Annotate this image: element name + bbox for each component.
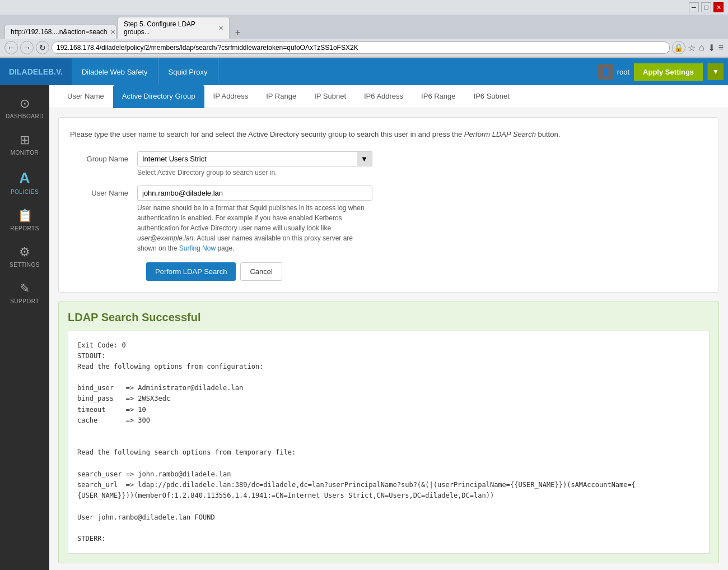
tab-2-label: Step 5. Configure LDAP groups... — [124, 20, 215, 36]
sidebar-item-reports[interactable]: 📋 REPORTS — [0, 202, 49, 238]
user-name-label: User Name — [70, 186, 137, 197]
back-button[interactable]: ← — [4, 41, 18, 54]
nav-squid-proxy[interactable]: Squid Proxy — [158, 58, 218, 85]
sidebar-item-settings[interactable]: ⚙ SETTINGS — [0, 238, 49, 275]
support-icon: ✎ — [20, 281, 30, 296]
ldap-code-box: Exit Code: 0 STDOUT: Read the following … — [68, 331, 710, 554]
address-input[interactable] — [52, 41, 670, 54]
apply-settings-button[interactable]: Apply Settings — [634, 63, 703, 81]
sidebar-label-dashboard: DASHBOARD — [6, 113, 44, 119]
sidebar-item-dashboard[interactable]: ⊙ DASHBOARD — [0, 90, 49, 126]
content-area: User Name Active Directory Group IP Addr… — [49, 85, 728, 570]
new-tab-button[interactable]: + — [231, 26, 245, 39]
settings-icon: ⚙ — [19, 245, 30, 259]
group-name-row: Group Name Internet Users Strict ▼ Selec… — [70, 151, 707, 177]
user-icon: 👤 — [598, 64, 614, 80]
form-actions: Perform LDAP Search Cancel — [70, 262, 707, 281]
group-name-field: Internet Users Strict ▼ Select Active Di… — [137, 151, 372, 177]
sidebar: ⊙ DASHBOARD ⊞ MONITOR A POLICIES 📋 REPOR… — [0, 85, 49, 570]
perform-ldap-search-button[interactable]: Perform LDAP Search — [146, 262, 236, 281]
tab-1-close[interactable]: ✕ — [110, 29, 115, 36]
minimize-button[interactable]: ─ — [689, 2, 699, 12]
instruction-text: Please type the user name to search for … — [70, 129, 707, 140]
cancel-button[interactable]: Cancel — [240, 262, 282, 281]
refresh-button[interactable]: ↻ — [36, 41, 49, 54]
tab-ip6-subnet[interactable]: IP6 Subnet — [465, 85, 519, 108]
menu-icon[interactable]: ≡ — [718, 43, 724, 53]
brand-suffix: B.V. — [48, 67, 63, 76]
group-name-help: Select Active Directory group to search … — [137, 169, 372, 177]
brand-logo: DILADELE B.V. — [0, 58, 72, 85]
tab-2-close[interactable]: ✕ — [218, 25, 223, 32]
dashboard-icon: ⊙ — [20, 96, 30, 111]
brand-name: DILADELE — [9, 67, 48, 76]
policies-icon: A — [20, 169, 30, 187]
surfing-now-link[interactable]: Surfing Now — [179, 244, 216, 252]
forward-button[interactable]: → — [20, 41, 34, 54]
sidebar-label-reports: REPORTS — [10, 225, 39, 231]
monitor-icon: ⊞ — [20, 133, 30, 147]
user-name: root — [617, 68, 629, 76]
tab-ip-subnet[interactable]: IP Subnet — [305, 85, 355, 108]
tab-ip-range[interactable]: IP Range — [257, 85, 305, 108]
ldap-result: LDAP Search Successful Exit Code: 0 STDO… — [58, 302, 719, 564]
tab-1-label: http://192.168....n&action=seach — [11, 28, 107, 36]
user-name-row: User Name User name should be in a forma… — [70, 186, 707, 253]
nav-web-safety[interactable]: Diladele Web Safety — [72, 58, 158, 85]
sidebar-item-monitor[interactable]: ⊞ MONITOR — [0, 126, 49, 163]
maximize-button[interactable]: □ — [701, 2, 711, 12]
tab-user-name[interactable]: User Name — [58, 85, 113, 108]
user-name-field: User name should be in a format that Squ… — [137, 186, 372, 253]
group-name-select[interactable]: Internet Users Strict — [137, 151, 372, 166]
user-name-input[interactable] — [137, 186, 372, 201]
user-name-help: User name should be in a format that Squ… — [137, 203, 372, 253]
content-tabs: User Name Active Directory Group IP Addr… — [49, 85, 728, 108]
ldap-result-title: LDAP Search Successful — [68, 311, 710, 324]
group-name-label: Group Name — [70, 151, 137, 163]
browser-tab-2[interactable]: Step 5. Configure LDAP groups... ✕ — [118, 17, 230, 39]
sidebar-label-policies: POLICIES — [11, 189, 39, 195]
apply-settings-dropdown[interactable]: ▼ — [707, 63, 724, 80]
bookmarks-icon[interactable]: ☆ — [688, 43, 696, 53]
sidebar-label-settings: SETTINGS — [10, 262, 40, 268]
download-icon[interactable]: ⬇ — [708, 43, 715, 53]
sidebar-label-support: SUPPORT — [10, 298, 39, 304]
tab-ip6-range[interactable]: IP6 Range — [412, 85, 464, 108]
browser-tab-1[interactable]: http://192.168....n&action=seach ✕ — [4, 25, 116, 39]
sidebar-item-support[interactable]: ✎ SUPPORT — [0, 275, 49, 311]
ssl-button[interactable]: 🔒 — [672, 41, 685, 54]
home-icon[interactable]: ⌂ — [699, 43, 704, 53]
sidebar-label-monitor: MONITOR — [11, 150, 39, 156]
form-container: Please type the user name to search for … — [58, 117, 719, 293]
tab-ip6-address[interactable]: IP6 Address — [355, 85, 412, 108]
sidebar-item-policies[interactable]: A POLICIES — [0, 163, 49, 202]
tab-ad-group[interactable]: Active Directory Group — [113, 85, 204, 108]
close-button[interactable]: ✕ — [713, 2, 724, 12]
reports-icon: 📋 — [17, 208, 32, 223]
tab-ip-address[interactable]: IP Address — [204, 85, 258, 108]
